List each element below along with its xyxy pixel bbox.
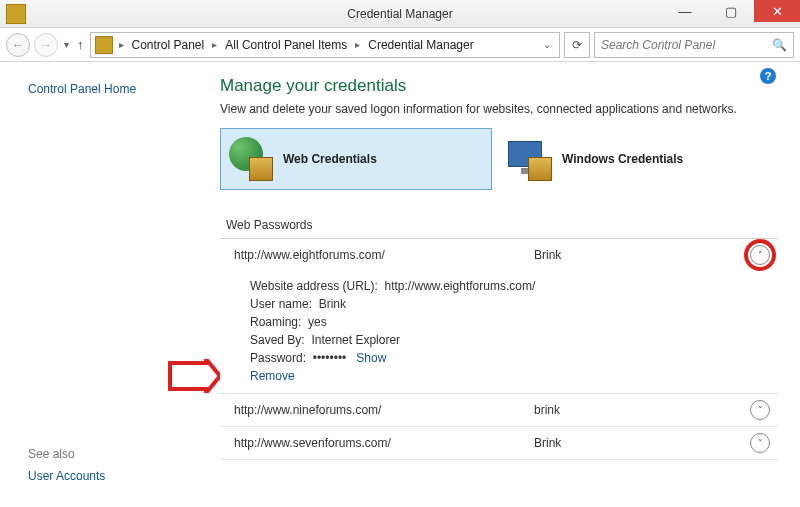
credential-user: brink xyxy=(534,403,750,417)
breadcrumb[interactable]: ▸ Control Panel ▸ All Control Panel Item… xyxy=(90,32,561,58)
credential-row[interactable]: http://www.eightforums.com/ Brink ˄ xyxy=(220,239,778,271)
detail-url-label: Website address (URL): xyxy=(250,279,378,293)
detail-user-label: User name: xyxy=(250,297,312,311)
maximize-button[interactable]: ▢ xyxy=(708,0,754,22)
web-credentials-tile[interactable]: Web Credentials xyxy=(220,128,492,190)
credential-url: http://www.sevenforums.com/ xyxy=(234,436,534,450)
show-password-link[interactable]: Show xyxy=(356,351,386,365)
breadcrumb-item[interactable]: All Control Panel Items xyxy=(223,38,349,52)
close-button[interactable]: ✕ xyxy=(754,0,800,22)
history-dropdown[interactable]: ▾ xyxy=(62,39,71,50)
detail-user-value: Brink xyxy=(319,297,346,311)
annotation-arrow-icon xyxy=(168,359,220,396)
detail-savedby-label: Saved By: xyxy=(250,333,305,347)
page-title: Manage your credentials xyxy=(220,76,778,96)
search-box[interactable]: 🔍 xyxy=(594,32,794,58)
up-button[interactable]: ↑ xyxy=(75,37,86,52)
detail-roaming-label: Roaming: xyxy=(250,315,301,329)
minimize-button[interactable]: — xyxy=(662,0,708,22)
control-panel-icon xyxy=(95,36,113,54)
credential-url: http://www.nineforums.com/ xyxy=(234,403,534,417)
search-input[interactable] xyxy=(601,38,761,52)
see-also-label: See also xyxy=(28,447,190,461)
expand-toggle[interactable]: ˅ xyxy=(750,400,770,420)
forward-button[interactable]: → xyxy=(34,33,58,57)
credential-user: Brink xyxy=(534,436,750,450)
chevron-right-icon: ▸ xyxy=(351,39,364,50)
credential-user: Brink xyxy=(534,248,750,262)
user-accounts-link[interactable]: User Accounts xyxy=(28,469,190,483)
remove-credential-link[interactable]: Remove xyxy=(250,369,295,383)
detail-roaming-value: yes xyxy=(308,315,327,329)
search-icon: 🔍 xyxy=(772,38,787,52)
app-icon xyxy=(6,4,26,24)
control-panel-home-link[interactable]: Control Panel Home xyxy=(28,82,190,96)
web-credentials-icon xyxy=(229,137,273,181)
help-icon[interactable]: ? xyxy=(760,68,776,84)
chevron-right-icon: ▸ xyxy=(208,39,221,50)
collapse-toggle[interactable]: ˄ xyxy=(750,245,770,265)
breadcrumb-item[interactable]: Control Panel xyxy=(130,38,207,52)
windows-credentials-icon xyxy=(508,137,552,181)
expand-toggle[interactable]: ˅ xyxy=(750,433,770,453)
web-passwords-header: Web Passwords xyxy=(220,214,778,239)
breadcrumb-item[interactable]: Credential Manager xyxy=(366,38,475,52)
detail-url-value: http://www.eightforums.com/ xyxy=(385,279,536,293)
back-button[interactable]: ← xyxy=(6,33,30,57)
credential-row[interactable]: http://www.nineforums.com/ brink ˅ xyxy=(220,394,778,427)
web-credentials-label: Web Credentials xyxy=(283,152,377,166)
detail-password-mask: •••••••• xyxy=(313,351,347,365)
windows-credentials-label: Windows Credentials xyxy=(562,152,683,166)
detail-savedby-value: Internet Explorer xyxy=(311,333,400,347)
credential-details: Website address (URL): http://www.eightf… xyxy=(220,271,778,394)
window-title: Credential Manager xyxy=(347,7,452,21)
windows-credentials-tile[interactable]: Windows Credentials xyxy=(500,128,772,190)
page-subtitle: View and delete your saved logon informa… xyxy=(220,102,778,116)
detail-password-label: Password: xyxy=(250,351,306,365)
credential-url: http://www.eightforums.com/ xyxy=(234,248,534,262)
breadcrumb-dropdown[interactable]: ⌄ xyxy=(543,39,555,50)
refresh-button[interactable]: ⟳ xyxy=(564,32,590,58)
credential-row[interactable]: http://www.sevenforums.com/ Brink ˅ xyxy=(220,427,778,460)
chevron-right-icon: ▸ xyxy=(115,39,128,50)
